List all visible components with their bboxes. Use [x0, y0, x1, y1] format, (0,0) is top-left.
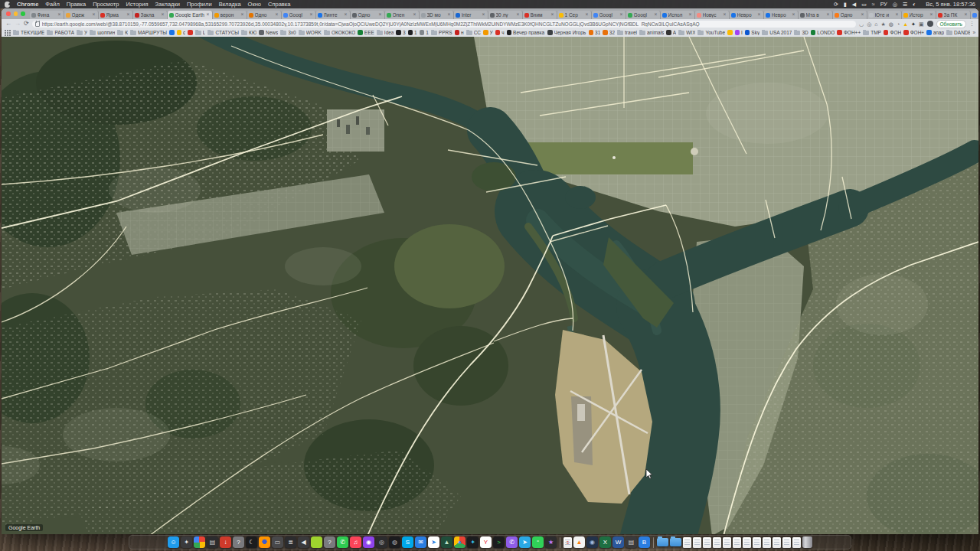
missing-app-2[interactable]: ?	[324, 536, 335, 548]
browser-tab-0[interactable]: Фина×	[30, 11, 64, 19]
bookmark-folder-0[interactable]: ТЕКУЩИЕ	[13, 30, 44, 35]
tab-close-button[interactable]: ×	[792, 12, 796, 18]
browser-tab-16[interactable]: Googl×	[592, 11, 626, 19]
browser-tab-13[interactable]: 30 лу×	[488, 11, 523, 19]
tab-close-button[interactable]: ×	[965, 12, 969, 18]
browser-tab-9[interactable]: Одно×	[351, 11, 385, 19]
keyboard-dark[interactable]: ▤	[626, 536, 637, 548]
search-icon[interactable]: ◎	[893, 2, 897, 8]
bookmark-folder-33[interactable]: WIX	[678, 30, 695, 35]
browser-tab-21[interactable]: Невро×	[764, 11, 799, 19]
ext-card[interactable]: ▣	[919, 21, 924, 27]
ext-clock[interactable]: ◔	[897, 21, 900, 27]
bookmark-folder-46[interactable]: DANDE	[946, 30, 970, 35]
browser-tab-23[interactable]: Одно×	[833, 11, 867, 19]
address-bar[interactable]: https://earth.google.com/web/@38.8710159…	[32, 21, 856, 28]
bookmark-folder-14[interactable]: WORK	[299, 30, 322, 35]
photos-dark[interactable]: ◎	[376, 536, 387, 548]
terminal[interactable]: >	[493, 536, 505, 548]
bookmark-folder-38[interactable]: USA 2017	[762, 30, 792, 35]
tab-close-button[interactable]: ×	[724, 12, 727, 18]
menu-item-1[interactable]: Файл	[45, 1, 59, 8]
tab-close-button[interactable]: ×	[517, 12, 521, 18]
vlc[interactable]: ▲	[573, 536, 585, 548]
bookmark-folder-4[interactable]: К	[117, 30, 128, 35]
tab-close-button[interactable]: ×	[379, 12, 383, 18]
tab-close-button[interactable]: ×	[482, 12, 486, 18]
airplay-icon[interactable]: ▭	[861, 2, 867, 8]
bookmark-folder-13[interactable]: 3х0	[280, 30, 296, 35]
clock-dark[interactable]: ☾	[246, 536, 257, 548]
bluetooth[interactable]: B	[639, 536, 650, 548]
bookmark-page-29[interactable]: 32	[603, 30, 615, 35]
tab-close-button[interactable]: ×	[827, 12, 831, 18]
browser-tab-26[interactable]: За ПК×	[936, 11, 971, 19]
forward-button[interactable]: →	[15, 21, 21, 27]
apps-grid-icon[interactable]	[5, 30, 11, 36]
bookmark-page-41[interactable]: ФОН++	[837, 30, 861, 35]
browser-tab-20[interactable]: Невро×	[730, 11, 764, 19]
bookmark-folder-9[interactable]: L	[195, 30, 206, 35]
tab-close-button[interactable]: ×	[861, 12, 865, 18]
bookmark-page-16[interactable]: ЕЕЕ	[358, 30, 374, 35]
doc-12[interactable]	[792, 537, 801, 548]
bookmark-folder-17[interactable]: Idea	[377, 30, 394, 35]
doc-3[interactable]	[703, 537, 711, 548]
mail[interactable]: ✉	[415, 536, 426, 548]
bookmark-page-27[interactable]: Черная Игорь Бо…	[547, 30, 586, 35]
browser-tab-4[interactable]: Google Earth×	[168, 11, 213, 19]
doc-1[interactable]	[683, 537, 691, 548]
minimize-window-button[interactable]	[14, 11, 18, 16]
bookmark-page-8[interactable]	[188, 30, 193, 35]
browser-tab-11[interactable]: 3D мо×	[420, 11, 454, 19]
doc-4[interactable]	[713, 537, 721, 548]
tab-close-button[interactable]: ×	[162, 12, 165, 18]
bookmark-page-45[interactable]: anap	[926, 30, 944, 35]
bookmark-folder-21[interactable]: PPRS	[431, 30, 452, 35]
menu-item-9[interactable]: Справка	[268, 1, 290, 8]
viber[interactable]: ✆	[506, 536, 518, 548]
firefox[interactable]	[259, 536, 270, 548]
browser-tab-10[interactable]: Опен×	[385, 11, 420, 19]
tab-close-button[interactable]: ×	[896, 12, 900, 18]
browser-tab-3[interactable]: Закла×	[133, 11, 168, 19]
chrome[interactable]: ●	[454, 536, 466, 548]
browser-tab-17[interactable]: Googl×	[626, 11, 661, 19]
browser-tab-18[interactable]: Испол×	[661, 11, 695, 19]
ext-cursor[interactable]: ◡	[859, 21, 864, 27]
doc-5[interactable]	[723, 537, 731, 548]
bookmark-page-25[interactable]: ч	[495, 30, 505, 35]
tab-close-button[interactable]: ×	[586, 12, 590, 18]
doc-7[interactable]	[743, 537, 751, 548]
menu-bar-clock[interactable]: Вс, 5 янв. 18:57:36	[926, 1, 975, 8]
bookmark-page-7[interactable]: с	[177, 30, 186, 35]
bookmark-page-20[interactable]: 1	[420, 30, 429, 35]
tab-close-button[interactable]: ×	[127, 12, 131, 18]
sync-status-icon[interactable]: ⟳	[834, 2, 838, 8]
tab-close-button[interactable]: ×	[551, 12, 555, 18]
bookmarks-overflow-button[interactable]: »	[972, 30, 975, 35]
bookmark-folder-1[interactable]: РАБОТА	[47, 30, 74, 35]
tab-close-button[interactable]: ×	[58, 12, 62, 18]
close-window-button[interactable]	[6, 11, 11, 16]
google-earth-map[interactable]: Google Earth	[2, 37, 978, 534]
bookmark-page-24[interactable]: У	[483, 30, 493, 35]
browser-tab-1[interactable]: Одеж×	[64, 11, 99, 19]
profile-avatar[interactable]	[927, 21, 933, 27]
chrome-update-button[interactable]: Обновить	[936, 20, 966, 28]
dark-green-app[interactable]: ▲	[441, 536, 452, 548]
bookmark-folder-31[interactable]: animals	[639, 30, 664, 35]
maps[interactable]: ➤	[428, 536, 439, 548]
yandex[interactable]: Y	[480, 536, 492, 548]
finder[interactable]: ☺	[168, 536, 179, 548]
menu-item-5[interactable]: Закладки	[155, 1, 180, 8]
menu-item-7[interactable]: Вкладка	[219, 1, 241, 8]
browser-tab-6[interactable]: Одно×	[247, 11, 282, 19]
bookmark-page-22[interactable]: н	[455, 30, 464, 35]
trash[interactable]	[802, 536, 812, 548]
podcasts[interactable]: ◉	[363, 536, 374, 548]
bookmark-folder-34[interactable]: YouTube	[697, 30, 725, 35]
tab-close-button[interactable]: ×	[93, 12, 96, 18]
back-button[interactable]: ←	[5, 21, 11, 27]
tab-close-button[interactable]: ×	[345, 12, 348, 18]
